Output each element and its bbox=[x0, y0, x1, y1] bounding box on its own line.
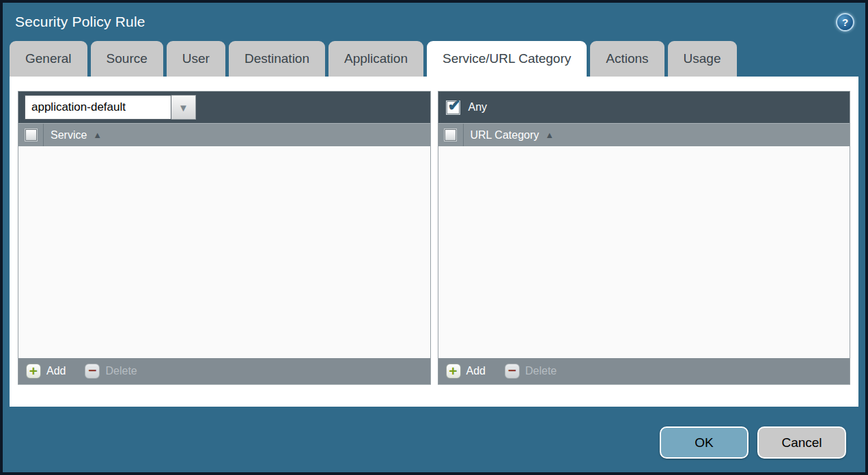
tab-actions[interactable]: Actions bbox=[590, 41, 664, 77]
tab-source[interactable]: Source bbox=[91, 41, 163, 77]
ok-button[interactable]: OK bbox=[660, 426, 748, 459]
url-category-panel-footer: + Add − Delete bbox=[438, 358, 850, 384]
service-delete-label: Delete bbox=[105, 365, 137, 377]
help-icon[interactable]: ? bbox=[836, 13, 854, 31]
url-category-column-header[interactable]: URL Category ▲ bbox=[471, 129, 555, 141]
service-add-label: Add bbox=[46, 365, 66, 377]
service-delete-button[interactable]: − Delete bbox=[85, 364, 137, 379]
service-table-body[interactable] bbox=[18, 146, 430, 358]
add-plus-icon: + bbox=[446, 364, 461, 379]
checkmark-icon: ✔ bbox=[448, 96, 461, 115]
service-panel-footer: + Add − Delete bbox=[18, 358, 430, 384]
delete-minus-icon: − bbox=[505, 364, 520, 379]
chevron-down-icon[interactable]: ▼ bbox=[171, 95, 196, 120]
service-select-all-cell bbox=[18, 124, 44, 146]
tab-usage[interactable]: Usage bbox=[668, 41, 737, 77]
url-category-panel-toolbar: ✔ Any bbox=[438, 92, 850, 123]
tab-application[interactable]: Application bbox=[328, 41, 423, 77]
service-panel-toolbar: application-default ▼ bbox=[18, 92, 430, 123]
url-category-delete-label: Delete bbox=[525, 365, 557, 377]
service-type-dropdown[interactable]: application-default ▼ bbox=[25, 95, 196, 120]
sort-ascending-icon: ▲ bbox=[93, 130, 102, 140]
titlebar: Security Policy Rule ? bbox=[3, 3, 865, 41]
service-column-header[interactable]: Service ▲ bbox=[51, 129, 102, 141]
url-category-select-all-cell bbox=[438, 124, 464, 146]
tab-user[interactable]: User bbox=[167, 41, 225, 77]
tab-general[interactable]: General bbox=[10, 41, 87, 77]
service-type-dropdown-value[interactable]: application-default bbox=[25, 95, 171, 120]
add-plus-icon: + bbox=[26, 364, 41, 379]
dialog-title: Security Policy Rule bbox=[15, 14, 145, 30]
url-category-delete-button[interactable]: − Delete bbox=[505, 364, 557, 379]
delete-minus-icon: − bbox=[85, 364, 100, 379]
url-category-add-label: Add bbox=[466, 365, 486, 377]
any-label: Any bbox=[468, 101, 488, 113]
url-category-table-body[interactable] bbox=[438, 146, 850, 358]
service-panel: application-default ▼ Service ▲ + Add bbox=[18, 91, 431, 385]
service-url-category-page: application-default ▼ Service ▲ + Add bbox=[10, 77, 858, 407]
any-checkbox[interactable]: ✔ bbox=[447, 101, 460, 114]
service-select-all-checkbox[interactable] bbox=[25, 129, 37, 141]
url-category-column-label: URL Category bbox=[471, 129, 540, 141]
sort-ascending-icon: ▲ bbox=[545, 130, 554, 140]
tabstrip: General Source User Destination Applicat… bbox=[3, 41, 865, 77]
service-table-header: Service ▲ bbox=[18, 123, 430, 146]
url-category-add-button[interactable]: + Add bbox=[446, 364, 486, 379]
any-row: ✔ Any bbox=[445, 101, 488, 114]
service-column-label: Service bbox=[51, 129, 87, 141]
url-category-panel: ✔ Any URL Category ▲ + Add bbox=[438, 91, 851, 385]
cancel-button[interactable]: Cancel bbox=[757, 426, 846, 459]
url-category-table-header: URL Category ▲ bbox=[438, 123, 850, 146]
service-add-button[interactable]: + Add bbox=[26, 364, 66, 379]
tab-destination[interactable]: Destination bbox=[229, 41, 325, 77]
security-policy-rule-dialog: Security Policy Rule ? General Source Us… bbox=[0, 0, 868, 475]
tab-service-url-category[interactable]: Service/URL Category bbox=[427, 41, 587, 77]
url-category-select-all-checkbox[interactable] bbox=[445, 129, 456, 141]
dialog-footer: OK Cancel bbox=[660, 426, 846, 459]
